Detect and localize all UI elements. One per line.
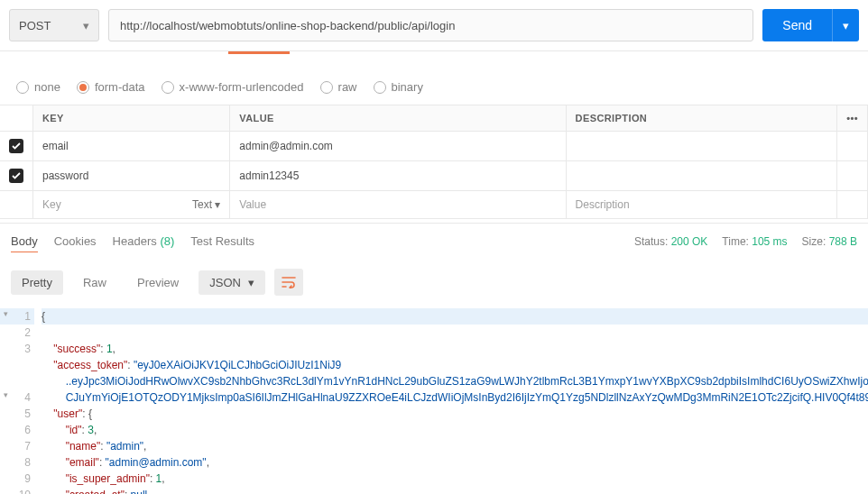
- new-key-input[interactable]: Key Text ▾: [33, 191, 230, 219]
- cell-key[interactable]: email: [33, 132, 230, 161]
- col-value: VALUE: [230, 105, 566, 132]
- radio-icon: [16, 81, 29, 94]
- row-checkbox[interactable]: [9, 169, 23, 183]
- col-description: DESCRIPTION: [566, 105, 837, 132]
- response-body: 1 2 3 4 5 6 7 8 9 10 11 12 { "success": …: [0, 305, 868, 494]
- col-key: KEY: [33, 105, 230, 132]
- time-block: Time: 105 ms: [722, 235, 787, 248]
- chevron-down-icon: ▾: [83, 19, 89, 32]
- send-button[interactable]: Send: [762, 9, 832, 41]
- tab-body[interactable]: Body: [11, 231, 38, 252]
- radio-raw-label: raw: [338, 80, 357, 94]
- bulk-edit-button[interactable]: •••: [837, 105, 868, 132]
- radio-none[interactable]: none: [16, 80, 60, 94]
- method-label: POST: [19, 19, 51, 32]
- time-value: 105 ms: [752, 235, 787, 248]
- radio-form-data-label: form-data: [95, 80, 145, 94]
- row-checkbox[interactable]: [9, 139, 23, 153]
- code-content[interactable]: { "success": 1, "access_token": "eyJ0eXA…: [42, 308, 868, 494]
- lang-select[interactable]: JSON ▾: [199, 270, 265, 295]
- wrap-icon: [282, 276, 296, 288]
- table-row-new: Key Text ▾ Value Description: [0, 191, 868, 219]
- chevron-down-icon: ▾: [248, 276, 254, 289]
- size-value: 788 B: [829, 235, 857, 248]
- request-tab-strip: [0, 51, 868, 69]
- cell-description[interactable]: [566, 132, 837, 161]
- new-value-input[interactable]: Value: [230, 191, 566, 219]
- status-value: 200 OK: [671, 235, 708, 248]
- view-raw[interactable]: Raw: [72, 270, 117, 295]
- radio-form-data[interactable]: form-data: [77, 80, 145, 94]
- radio-icon: [320, 81, 333, 94]
- cell-pad: [837, 132, 868, 161]
- radio-icon: [77, 81, 89, 94]
- form-data-table: KEY VALUE DESCRIPTION ••• email admin@ad…: [0, 105, 868, 219]
- cell-key[interactable]: password: [33, 161, 230, 191]
- radio-binary[interactable]: binary: [374, 80, 423, 94]
- lang-label: JSON: [209, 276, 241, 289]
- tab-headers-label: Headers: [113, 234, 157, 248]
- method-select[interactable]: POST ▾: [9, 9, 99, 41]
- cell-empty: [0, 191, 33, 219]
- send-button-dropdown[interactable]: ▾: [832, 9, 859, 41]
- caret-down-icon: ▾: [843, 19, 849, 32]
- line-gutter: 1 2 3 4 5 6 7 8 9 10 11 12: [0, 308, 42, 494]
- size-block: Size: 788 B: [802, 235, 857, 248]
- headers-count: (8): [160, 234, 174, 248]
- radio-icon: [162, 81, 174, 94]
- cell-value[interactable]: admin12345: [230, 161, 566, 191]
- status-block: Status: 200 OK: [634, 235, 707, 248]
- cell-description[interactable]: [566, 161, 837, 191]
- radio-none-label: none: [34, 80, 60, 94]
- new-key-placeholder: Key: [42, 198, 61, 211]
- radio-raw[interactable]: raw: [320, 80, 357, 94]
- view-pretty[interactable]: Pretty: [11, 270, 63, 295]
- new-description-input[interactable]: Description: [566, 191, 837, 219]
- table-row: password admin12345: [0, 161, 868, 191]
- table-row: email admin@admin.com: [0, 132, 868, 161]
- tab-headers[interactable]: Headers (8): [113, 231, 175, 252]
- tab-cookies[interactable]: Cookies: [54, 231, 97, 252]
- tab-test-results[interactable]: Test Results: [190, 231, 254, 252]
- url-input[interactable]: [108, 9, 753, 41]
- radio-urlencoded-label: x-www-form-urlencoded: [180, 80, 304, 94]
- wrap-lines-button[interactable]: [274, 269, 303, 296]
- view-preview[interactable]: Preview: [126, 270, 189, 295]
- cell-value[interactable]: admin@admin.com: [230, 132, 566, 161]
- radio-binary-label: binary: [392, 80, 423, 94]
- cell-pad: [837, 191, 868, 219]
- radio-icon: [374, 81, 386, 94]
- cell-pad: [837, 161, 868, 191]
- active-tab-underline: [228, 51, 290, 54]
- radio-urlencoded[interactable]: x-www-form-urlencoded: [162, 80, 304, 94]
- key-type-select[interactable]: Text ▾: [192, 198, 220, 211]
- checkbox-header: [0, 105, 33, 132]
